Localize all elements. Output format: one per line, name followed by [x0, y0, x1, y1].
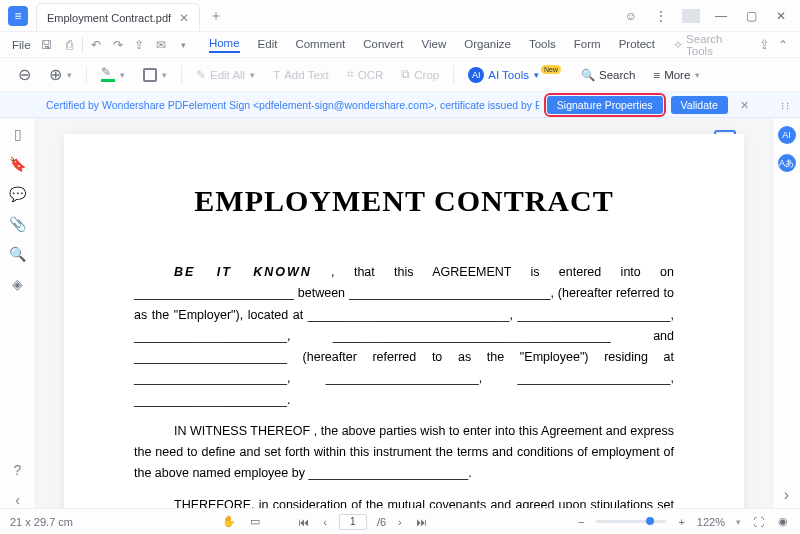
pdf-page: EMPLOYMENT CONTRACT BE IT KNOWN , that t… [64, 134, 744, 508]
tab-convert[interactable]: Convert [363, 38, 403, 52]
page-total: /6 [377, 516, 386, 528]
main-menu-tabs: Home Edit Comment Convert View Organize … [209, 37, 655, 53]
cloud-upload-icon[interactable]: ⇪ [759, 37, 770, 52]
paragraph-1: BE IT KNOWN , that this AGREEMENT is ent… [134, 262, 674, 411]
attachments-icon[interactable]: 📎 [9, 216, 26, 232]
document-body: BE IT KNOWN , that this AGREEMENT is ent… [134, 262, 674, 508]
tab-tools[interactable]: Tools [529, 38, 556, 52]
left-sidebar: ▯ 🔖 💬 📎 🔍 ◈ ? ‹ [0, 118, 36, 508]
crop-button[interactable]: ⧉ Crop [397, 65, 443, 84]
zoom-out-status[interactable]: − [576, 516, 586, 528]
add-tab-button[interactable]: ＋ [206, 6, 226, 26]
collapse-left-icon[interactable]: ‹ [15, 492, 20, 508]
bookmarks-icon[interactable]: 🔖 [9, 156, 26, 172]
tab-view[interactable]: View [422, 38, 447, 52]
ai-assistant-icon[interactable]: AI [778, 126, 796, 144]
highlighter-tool[interactable]: ▾ [97, 65, 129, 85]
last-page-button[interactable]: ⏭ [414, 516, 429, 528]
tab-protect[interactable]: Protect [619, 38, 655, 52]
redo-icon[interactable]: ↷ [109, 38, 127, 52]
sidebar-collapse-icon[interactable]: ⫶⫶ [780, 99, 790, 111]
tab-form[interactable]: Form [574, 38, 601, 52]
tab-title: Employment Contract.pdf [47, 12, 171, 24]
mail-icon[interactable]: ✉ [152, 38, 170, 52]
ocr-button[interactable]: ⌗ OCR [343, 65, 388, 84]
file-menu[interactable]: File [8, 37, 35, 53]
more-button[interactable]: ≡ More▾ [649, 66, 704, 84]
zoom-percent: 122% [697, 516, 725, 528]
document-title: EMPLOYMENT CONTRACT [134, 184, 674, 218]
titlebar: ≡ Employment Contract.pdf ✕ ＋ ☺ ⋮ — ▢ ✕ [0, 0, 800, 32]
zoom-out-button[interactable]: ⊖ [14, 62, 35, 87]
feedback-icon[interactable]: ☺ [622, 9, 640, 23]
search-button[interactable]: 🔍 Search [577, 65, 639, 85]
select-tool-icon[interactable]: ▭ [248, 515, 262, 528]
ai-translate-icon[interactable]: Aあ [778, 154, 796, 172]
signature-info-bar: Certified by Wondershare PDFelement Sign… [0, 92, 800, 118]
app-logo[interactable]: ≡ [0, 6, 36, 26]
workspace: ▯ 🔖 💬 📎 🔍 ◈ ? ‹ ↗ EMPLOYMENT CONTRACT BE… [0, 118, 800, 508]
quickaccess-more-icon[interactable]: ▾ [175, 40, 193, 50]
status-bar: 21 x 29.7 cm ✋ ▭ ⏮ ‹ /6 › ⏭ − + 122% ▾ ⛶… [0, 508, 800, 534]
zoom-in-status[interactable]: + [676, 516, 686, 528]
add-text-button[interactable]: T Add Text [269, 66, 333, 84]
tab-comment[interactable]: Comment [295, 38, 345, 52]
document-tab[interactable]: Employment Contract.pdf ✕ [36, 3, 200, 31]
scroll-right-icon[interactable]: › [774, 482, 800, 508]
close-window-button[interactable]: ✕ [772, 9, 790, 23]
signature-text: Certified by Wondershare PDFelement Sign… [46, 99, 539, 111]
right-sidebar: AI Aあ › [772, 118, 800, 508]
page-number-input[interactable] [339, 514, 367, 530]
maximize-button[interactable]: ▢ [742, 9, 760, 23]
next-page-button[interactable]: › [396, 516, 404, 528]
page-dimensions: 21 x 29.7 cm [10, 516, 73, 528]
fit-page-icon[interactable]: ⛶ [751, 516, 766, 528]
collapse-ribbon-icon[interactable]: ⌃ [774, 38, 792, 52]
first-page-button[interactable]: ⏮ [296, 516, 311, 528]
zoom-in-button[interactable]: ⊕▾ [45, 62, 76, 87]
save-icon[interactable]: 🖫 [39, 39, 57, 51]
read-mode-icon[interactable]: ◉ [776, 515, 790, 528]
tab-organize[interactable]: Organize [464, 38, 511, 52]
ai-tools-button[interactable]: AI AI Tools▾ New [464, 64, 567, 86]
search-panel-icon[interactable]: 🔍 [9, 246, 26, 262]
overflow-icon[interactable]: ⋮ [652, 9, 670, 23]
help-icon[interactable]: ? [14, 462, 22, 478]
tab-home[interactable]: Home [209, 37, 240, 53]
sparkle-icon: ✧ [673, 38, 683, 52]
layers-icon[interactable]: ◈ [12, 276, 23, 292]
close-sigbar-icon[interactable]: ✕ [736, 99, 753, 111]
toolbar: ⊖ ⊕▾ ▾ ▾ ✎ Edit All▾ T Add Text ⌗ OCR ⧉ … [0, 58, 800, 92]
paragraph-3: THEREFORE, in consideration of the mutua… [134, 495, 674, 509]
thumbnails-icon[interactable]: ▯ [14, 126, 22, 142]
shape-tool[interactable]: ▾ [139, 65, 171, 85]
prev-page-button[interactable]: ‹ [321, 516, 329, 528]
close-tab-icon[interactable]: ✕ [179, 11, 189, 25]
comments-icon[interactable]: 💬 [9, 186, 26, 202]
zoom-slider[interactable] [596, 520, 666, 523]
hand-tool-icon[interactable]: ✋ [220, 515, 238, 528]
signature-properties-button[interactable]: Signature Properties [547, 96, 663, 114]
validate-button[interactable]: Validate [671, 96, 728, 114]
tab-edit[interactable]: Edit [258, 38, 278, 52]
paragraph-2: IN WITNESS THEREOF , the above parties w… [134, 421, 674, 485]
search-tools-button[interactable]: ✧ Search Tools [673, 33, 751, 57]
document-canvas[interactable]: ↗ EMPLOYMENT CONTRACT BE IT KNOWN , that… [36, 118, 772, 508]
share-icon[interactable]: ⇪ [131, 38, 149, 52]
edit-all-button[interactable]: ✎ Edit All▾ [192, 65, 259, 85]
minimize-button[interactable]: — [712, 9, 730, 23]
menubar: File 🖫 ⎙ ↶ ↷ ⇪ ✉ ▾ Home Edit Comment Con… [0, 32, 800, 58]
print-icon[interactable]: ⎙ [60, 39, 78, 51]
undo-icon[interactable]: ↶ [87, 38, 105, 52]
